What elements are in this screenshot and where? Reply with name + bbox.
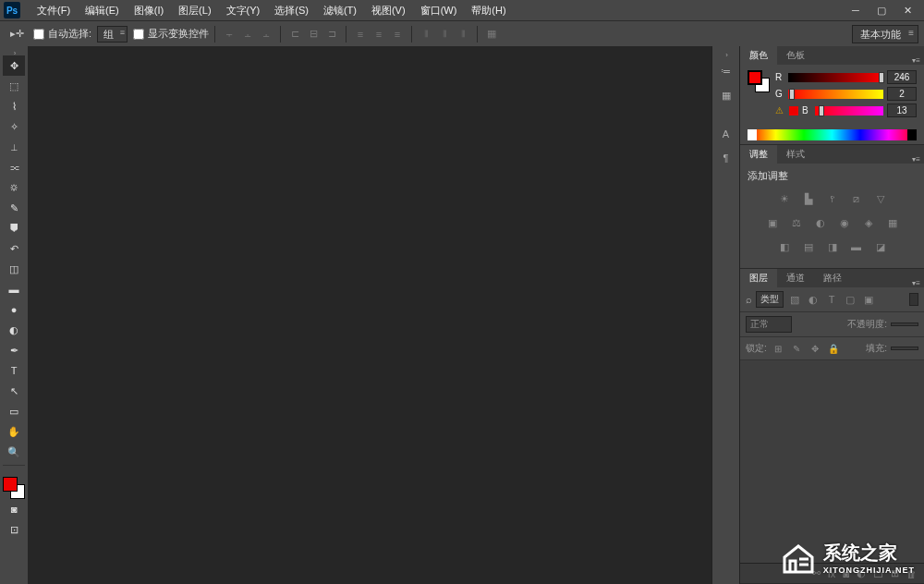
layer-filter-search-icon[interactable]: ⌕ xyxy=(746,294,752,305)
layer-list[interactable] xyxy=(740,360,924,563)
tab-paths[interactable]: 路径 xyxy=(814,269,851,287)
auto-align-icon[interactable]: ▦ xyxy=(483,26,500,43)
menu-edit[interactable]: 编辑(E) xyxy=(78,1,127,20)
tab-color[interactable]: 颜色 xyxy=(740,46,777,65)
auto-select-checkbox[interactable]: 自动选择: xyxy=(33,27,91,41)
color-balance-icon[interactable]: ⚖ xyxy=(788,214,805,231)
dist-left-icon[interactable]: ⦀ xyxy=(418,26,434,43)
dist-right-icon[interactable]: ⦀ xyxy=(455,26,471,43)
dist-bottom-icon[interactable]: ≡ xyxy=(389,26,406,43)
new-layer-icon[interactable]: ⊞ xyxy=(891,567,899,579)
close-button[interactable]: ✕ xyxy=(894,2,920,18)
lock-pixels-icon[interactable]: ✎ xyxy=(789,341,804,356)
shape-tool-icon[interactable]: ▭ xyxy=(3,401,25,421)
layer-filter-kind-dropdown[interactable]: 类型 xyxy=(756,291,784,308)
new-group-icon[interactable]: 🗀 xyxy=(873,568,883,579)
tab-channels[interactable]: 通道 xyxy=(777,269,814,287)
selective-color-icon[interactable]: ◪ xyxy=(872,238,889,255)
fill-input[interactable] xyxy=(891,347,918,350)
r-value-input[interactable]: 246 xyxy=(887,70,917,84)
zoom-tool-icon[interactable]: 🔍 xyxy=(3,442,25,462)
color-panel-menu-icon[interactable]: ▾≡ xyxy=(908,56,924,65)
filter-pixel-icon[interactable]: ▧ xyxy=(787,292,802,307)
minimize-button[interactable]: ─ xyxy=(843,2,869,18)
menu-filter[interactable]: 滤镜(T) xyxy=(316,1,364,20)
filter-type-icon[interactable]: T xyxy=(824,292,839,307)
lock-all-icon[interactable]: 🔒 xyxy=(826,341,841,356)
lasso-tool-icon[interactable]: ⌇ xyxy=(3,96,25,116)
link-layers-icon[interactable]: ⚯ xyxy=(812,567,821,579)
pen-tool-icon[interactable]: ✒ xyxy=(3,340,25,360)
photo-filter-icon[interactable]: ◉ xyxy=(836,214,853,231)
auto-select-dropdown[interactable]: 组 xyxy=(97,26,128,43)
tab-adjustments[interactable]: 调整 xyxy=(740,145,777,164)
opacity-input[interactable] xyxy=(891,322,918,326)
brightness-icon[interactable]: ☀ xyxy=(776,190,793,207)
tool-preset-icon[interactable]: ▸✛ xyxy=(6,25,28,43)
threshold-icon[interactable]: ◨ xyxy=(824,238,841,255)
curves-icon[interactable]: ⫯ xyxy=(824,190,841,207)
new-adjustment-icon[interactable]: ◐ xyxy=(857,567,866,579)
menu-image[interactable]: 图像(I) xyxy=(127,1,171,20)
magic-wand-tool-icon[interactable]: ✧ xyxy=(3,116,25,137)
marquee-tool-icon[interactable]: ⬚ xyxy=(3,76,25,96)
adjustments-panel-menu-icon[interactable]: ▾≡ xyxy=(908,155,924,164)
history-panel-icon[interactable]: ≔ xyxy=(716,61,736,81)
b-slider[interactable] xyxy=(815,106,883,116)
workspace-dropdown[interactable]: 基本功能 xyxy=(852,25,918,43)
add-mask-icon[interactable]: ◙ xyxy=(843,568,849,579)
dist-vcenter-icon[interactable]: ≡ xyxy=(371,26,387,43)
eyedropper-tool-icon[interactable]: ⫗ xyxy=(3,157,25,177)
blur-tool-icon[interactable]: ● xyxy=(3,299,25,320)
vibrance-icon[interactable]: ▽ xyxy=(872,190,889,207)
brush-tool-icon[interactable]: ✎ xyxy=(3,198,25,218)
menu-file[interactable]: 文件(F) xyxy=(30,1,78,20)
align-right-icon[interactable]: ⊐ xyxy=(323,26,340,43)
invert-icon[interactable]: ◧ xyxy=(776,238,793,255)
channel-mixer-icon[interactable]: ◈ xyxy=(860,214,877,231)
dodge-tool-icon[interactable]: ◐ xyxy=(3,320,25,340)
delete-layer-icon[interactable]: 🗑 xyxy=(906,568,917,579)
properties-panel-icon[interactable]: ▦ xyxy=(716,85,736,105)
black-white-icon[interactable]: ◐ xyxy=(812,214,829,231)
blend-mode-dropdown[interactable]: 正常 xyxy=(746,316,792,333)
dock-grabber[interactable] xyxy=(712,52,739,57)
lock-position-icon[interactable]: ✥ xyxy=(808,341,822,356)
menu-window[interactable]: 窗口(W) xyxy=(413,1,465,20)
healing-brush-tool-icon[interactable]: ⛭ xyxy=(3,177,25,198)
align-hcenter-icon[interactable]: ⊟ xyxy=(305,26,322,43)
screen-mode-icon[interactable]: ⊡ xyxy=(3,519,25,540)
hand-tool-icon[interactable]: ✋ xyxy=(3,421,25,442)
tab-styles[interactable]: 样式 xyxy=(777,145,814,164)
menu-select[interactable]: 选择(S) xyxy=(267,1,316,20)
gamut-warning-icon[interactable]: ⚠ xyxy=(775,105,784,116)
r-slider[interactable] xyxy=(788,73,883,82)
align-bottom-icon[interactable]: ⫠ xyxy=(258,26,274,43)
g-value-input[interactable]: 2 xyxy=(887,87,917,101)
exposure-icon[interactable]: ⧄ xyxy=(848,190,865,207)
tab-swatches[interactable]: 色板 xyxy=(777,46,814,65)
paragraph-panel-icon[interactable]: ¶ xyxy=(716,148,736,168)
foreground-color-swatch[interactable] xyxy=(3,477,18,492)
menu-view[interactable]: 视图(V) xyxy=(364,1,413,20)
path-selection-tool-icon[interactable]: ↖ xyxy=(3,381,25,401)
color-swatches[interactable] xyxy=(3,477,25,499)
history-brush-tool-icon[interactable]: ↶ xyxy=(3,238,25,259)
layer-fx-icon[interactable]: fx xyxy=(828,568,836,579)
filter-smart-icon[interactable]: ▣ xyxy=(861,292,876,307)
maximize-button[interactable]: ▢ xyxy=(869,2,894,18)
crop-tool-icon[interactable]: ⟂ xyxy=(3,137,25,157)
filter-shape-icon[interactable]: ▢ xyxy=(843,292,857,307)
tab-layers[interactable]: 图层 xyxy=(740,269,777,287)
type-tool-icon[interactable]: T xyxy=(3,360,25,381)
gradient-tool-icon[interactable]: ▬ xyxy=(3,279,25,299)
dist-top-icon[interactable]: ≡ xyxy=(352,26,369,43)
menu-type[interactable]: 文字(Y) xyxy=(219,1,268,20)
lock-transparent-icon[interactable]: ⊞ xyxy=(771,341,785,356)
filter-toggle[interactable] xyxy=(909,293,918,306)
align-vcenter-icon[interactable]: ⫠ xyxy=(239,26,256,43)
layers-panel-menu-icon[interactable]: ▾≡ xyxy=(908,279,924,287)
filter-adjustment-icon[interactable]: ◐ xyxy=(806,292,821,307)
character-panel-icon[interactable]: A xyxy=(716,124,736,144)
gradient-map-icon[interactable]: ▬ xyxy=(848,238,865,255)
